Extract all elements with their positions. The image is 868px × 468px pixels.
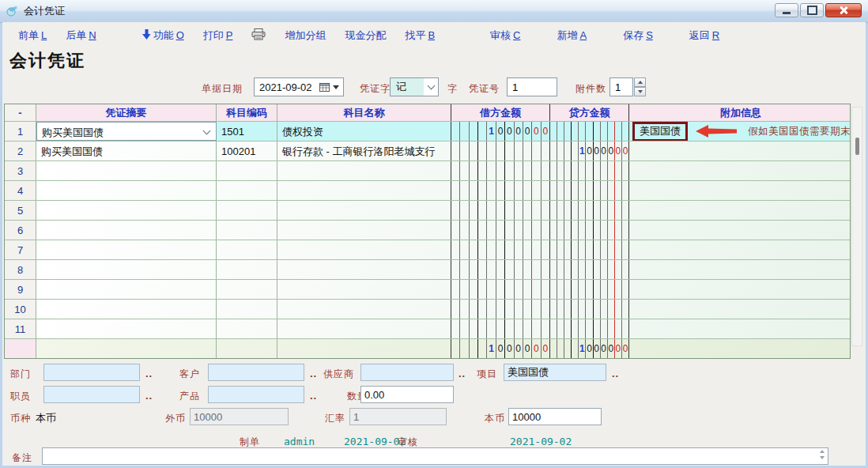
cell-debit-amount[interactable] xyxy=(451,319,550,338)
cell-account-name[interactable] xyxy=(277,319,451,338)
row-number[interactable]: 9 xyxy=(5,280,36,299)
attachment-count-input[interactable] xyxy=(610,78,632,96)
product-input[interactable] xyxy=(209,387,304,402)
toolbar-item-right-0[interactable]: 审核C xyxy=(490,28,520,43)
department-input[interactable] xyxy=(44,364,139,380)
cell-credit-amount[interactable] xyxy=(550,161,629,180)
toolbar-item-left-2-down-arrow[interactable]: 功能O xyxy=(142,28,184,43)
cell-summary[interactable] xyxy=(36,161,217,180)
foreign-currency-input[interactable] xyxy=(191,409,288,425)
cell-account-code[interactable] xyxy=(217,181,277,200)
voucher-word-select[interactable]: 记 xyxy=(390,77,439,96)
cell-account-code[interactable]: 100201 xyxy=(217,142,277,160)
local-currency-input[interactable] xyxy=(509,409,601,425)
cell-account-name[interactable] xyxy=(277,221,451,240)
chevron-down-icon[interactable] xyxy=(203,127,211,135)
row-number[interactable]: 6 xyxy=(5,221,36,240)
customer-browse-button[interactable]: .. xyxy=(310,368,317,379)
cell-credit-amount[interactable]: 1000000 xyxy=(550,142,629,160)
cell-debit-amount[interactable]: 1000000 xyxy=(451,122,550,141)
scrollbar-thumb[interactable] xyxy=(855,138,859,155)
row-number[interactable]: 11 xyxy=(5,319,36,338)
row-number[interactable]: 3 xyxy=(5,161,36,180)
toolbar-item-left-1[interactable]: 后单N xyxy=(66,28,96,43)
cell-debit-amount[interactable] xyxy=(451,260,550,279)
cell-account-name[interactable] xyxy=(277,260,451,279)
remark-input[interactable] xyxy=(43,448,828,464)
cell-debit-amount[interactable] xyxy=(451,280,550,299)
cell-summary[interactable] xyxy=(36,300,217,319)
cell-debit-amount[interactable] xyxy=(451,221,550,240)
toolbar-item-left-0[interactable]: 前单L xyxy=(18,28,47,43)
toolbar-item-right-2[interactable]: 保存S xyxy=(623,28,653,43)
row-number[interactable]: 8 xyxy=(5,260,36,279)
cell-extra-info[interactable] xyxy=(629,201,850,220)
cell-account-name[interactable]: 债权投资 xyxy=(277,122,451,141)
cell-account-name[interactable]: 银行存款 - 工商银行洛阳老城支行 xyxy=(277,142,451,160)
cell-summary[interactable] xyxy=(36,319,217,338)
cell-account-code[interactable] xyxy=(217,240,277,259)
cell-credit-amount[interactable] xyxy=(550,240,629,259)
cell-credit-amount[interactable] xyxy=(550,280,629,299)
cell-summary[interactable] xyxy=(36,201,217,220)
close-button[interactable] xyxy=(825,3,862,17)
arrow-down-icon[interactable] xyxy=(820,456,825,459)
cell-extra-info[interactable] xyxy=(629,240,850,259)
cell-credit-amount[interactable] xyxy=(550,260,629,279)
row-number[interactable]: 1 xyxy=(5,122,36,141)
toolbar-item-right-3[interactable]: 返回R xyxy=(689,28,719,43)
toolbar-item-left-5[interactable]: 增加分组 xyxy=(285,28,326,43)
stepper-down-button[interactable] xyxy=(634,87,646,96)
supplier-browse-button[interactable]: .. xyxy=(459,368,466,379)
cell-credit-amount[interactable] xyxy=(550,181,629,200)
cell-summary[interactable] xyxy=(36,260,217,279)
product-browse-button[interactable]: .. xyxy=(310,390,317,402)
row-number[interactable]: 4 xyxy=(5,181,36,200)
cell-account-code[interactable] xyxy=(217,280,277,299)
toolbar-item-right-1[interactable]: 新增A xyxy=(557,28,587,43)
cell-extra-info[interactable] xyxy=(629,161,850,180)
cell-summary[interactable]: 购买美国国债 xyxy=(36,142,217,160)
cell-extra-info[interactable] xyxy=(629,142,850,160)
project-browse-button[interactable]: .. xyxy=(612,368,619,379)
cell-account-code[interactable]: 1501 xyxy=(217,122,277,141)
department-browse-button[interactable]: .. xyxy=(145,368,153,379)
date-dropdown-icon[interactable] xyxy=(333,85,339,89)
customer-input[interactable] xyxy=(209,364,304,380)
cell-summary[interactable] xyxy=(36,240,217,259)
cell-debit-amount[interactable] xyxy=(451,300,550,319)
cell-extra-info[interactable] xyxy=(629,181,850,200)
cell-debit-amount[interactable] xyxy=(451,240,550,259)
toolbar-item-left-4-printer[interactable] xyxy=(251,28,266,43)
cell-extra-info[interactable] xyxy=(629,260,850,279)
cell-debit-amount[interactable] xyxy=(451,142,550,160)
cell-extra-info[interactable]: 美国国债假如美国国债需要期末调汇 xyxy=(629,122,850,141)
cell-summary[interactable] xyxy=(36,181,217,200)
staff-browse-button[interactable]: .. xyxy=(145,390,153,402)
cell-summary[interactable]: 购买美国国债 xyxy=(36,122,217,141)
toolbar-item-left-7[interactable]: 找平B xyxy=(405,28,435,43)
cell-account-name[interactable] xyxy=(277,181,451,200)
row-number[interactable]: 5 xyxy=(5,201,36,220)
cell-debit-amount[interactable] xyxy=(451,181,550,200)
date-picker[interactable]: 2021-09-02 xyxy=(254,77,344,96)
cell-credit-amount[interactable] xyxy=(550,201,629,220)
cell-account-name[interactable] xyxy=(277,201,451,220)
cell-credit-amount[interactable] xyxy=(550,221,629,240)
voucher-word-dropdown[interactable] xyxy=(424,78,438,96)
project-input[interactable] xyxy=(504,364,606,380)
cell-credit-amount[interactable] xyxy=(550,300,629,319)
cell-credit-amount[interactable] xyxy=(550,122,629,141)
supplier-input[interactable] xyxy=(361,364,453,380)
cell-account-code[interactable] xyxy=(217,161,277,180)
cell-extra-info[interactable] xyxy=(629,300,850,319)
row-number[interactable]: 2 xyxy=(5,142,36,160)
cell-summary[interactable] xyxy=(36,221,217,240)
voucher-number-input[interactable] xyxy=(508,78,557,96)
exchange-rate-input[interactable] xyxy=(350,409,446,425)
toolbar-item-left-6[interactable]: 现金分配 xyxy=(345,28,386,43)
cell-extra-info[interactable] xyxy=(629,280,850,299)
cell-account-code[interactable] xyxy=(217,319,277,338)
cell-account-name[interactable] xyxy=(277,240,451,259)
cell-account-name[interactable] xyxy=(277,280,451,299)
